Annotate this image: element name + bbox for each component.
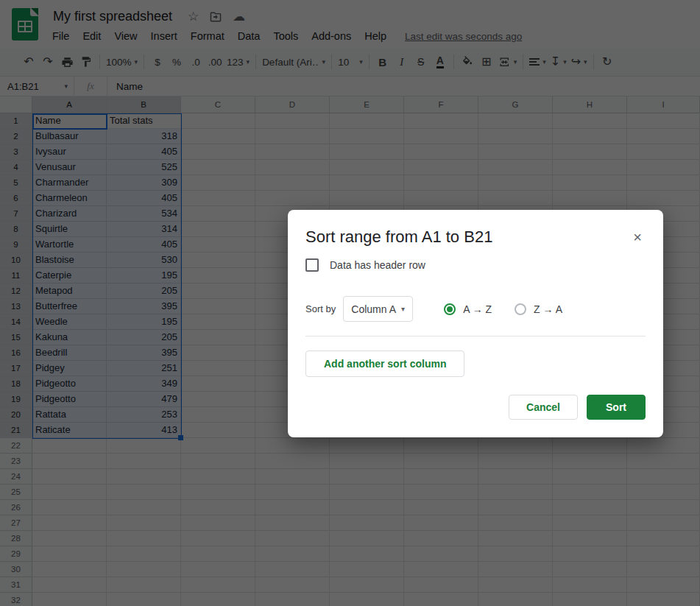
dialog-title: Sort range from A1 to B21 [305, 228, 646, 247]
sort-range-dialog: Sort range from A1 to B21 × Data has hea… [288, 210, 663, 437]
add-sort-column-button[interactable]: Add another sort column [305, 350, 464, 377]
sort-by-label: Sort by [305, 303, 336, 314]
radio-selected-icon [444, 303, 456, 315]
radio-unselected-icon [515, 303, 526, 315]
dialog-divider [305, 336, 646, 337]
sort-button[interactable]: Sort [587, 395, 646, 420]
cancel-button[interactable]: Cancel [509, 395, 578, 420]
sort-ascending-radio[interactable]: A → Z [444, 303, 492, 315]
header-row-checkbox[interactable] [305, 258, 319, 272]
google-sheets-app: My first spreadsheet ☆ ☁ FileEditViewIns… [0, 0, 700, 606]
sort-descending-radio[interactable]: Z → A [515, 303, 562, 315]
caret-down-icon: ▾ [401, 305, 405, 313]
close-icon[interactable]: × [628, 228, 647, 247]
header-row-checkbox-label: Data has header row [330, 259, 425, 271]
sort-column-select[interactable]: Column A ▾ [343, 296, 413, 322]
